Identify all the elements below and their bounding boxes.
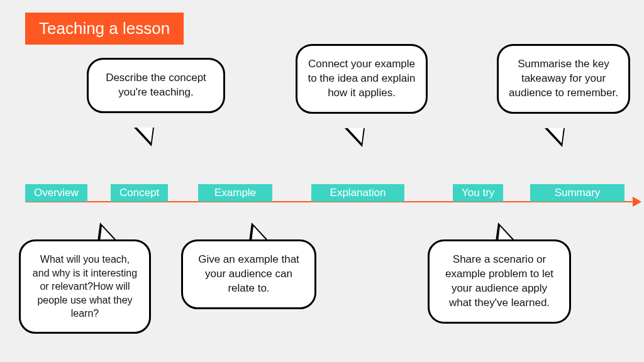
bubble-summary: Summarise the key takeaway for your audi… xyxy=(497,44,630,114)
step-example: Example xyxy=(198,184,272,202)
timeline-arrow-head-icon xyxy=(633,197,641,207)
bubble-explanation-tail-fill xyxy=(348,128,364,143)
step-explanation: Explanation xyxy=(311,184,404,202)
bubble-concept: Describe the concept you're teaching. xyxy=(87,58,225,113)
slide-title: Teaching a lesson xyxy=(25,13,184,45)
step-summary: Summary xyxy=(530,184,625,202)
bubble-summary-tail-fill xyxy=(548,128,564,143)
bubble-overview: What will you teach, and why is it inter… xyxy=(19,239,151,334)
bubble-you-try: Share a scenario or example problem to l… xyxy=(428,239,571,324)
step-you-try: You try xyxy=(453,184,503,202)
bubble-example: Give an example that your audience can r… xyxy=(181,239,316,309)
bubble-concept-tail-fill xyxy=(137,128,153,143)
step-overview: Overview xyxy=(25,184,87,202)
bubble-explanation: Connect your example to the idea and exp… xyxy=(296,44,428,114)
step-concept: Concept xyxy=(111,184,168,202)
